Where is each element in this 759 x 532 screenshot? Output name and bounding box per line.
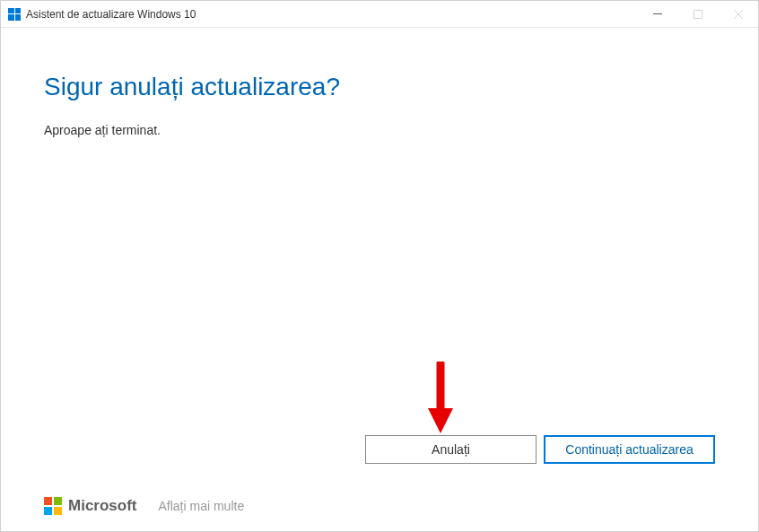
- maximize-icon: [694, 10, 702, 19]
- close-icon: [734, 10, 743, 19]
- microsoft-logo-icon: [44, 497, 62, 515]
- learn-more-link[interactable]: Aflați mai multe: [159, 499, 245, 513]
- minimize-icon: [653, 13, 662, 14]
- annotation-arrow-icon: [424, 362, 457, 437]
- windows-logo-icon: [8, 8, 21, 21]
- svg-rect-1: [694, 10, 702, 18]
- page-subtext: Aproape ați terminat.: [44, 123, 715, 137]
- main-content: Sigur anulați actualizarea? Aproape ați …: [1, 28, 758, 137]
- page-title: Sigur anulați actualizarea?: [44, 73, 715, 101]
- cancel-button[interactable]: Anulați: [365, 435, 537, 464]
- titlebar: Asistent de actualizare Windows 10: [1, 1, 758, 28]
- microsoft-name: Microsoft: [68, 497, 137, 515]
- svg-rect-0: [653, 13, 662, 14]
- close-button[interactable]: [718, 1, 758, 27]
- maximize-button: [677, 1, 718, 27]
- minimize-button[interactable]: [637, 1, 677, 27]
- app-title: Asistent de actualizare Windows 10: [26, 8, 196, 21]
- titlebar-left: Asistent de actualizare Windows 10: [8, 8, 196, 21]
- button-row: Anulați Continuați actualizarea: [365, 435, 715, 464]
- footer: Microsoft Aflați mai multe: [44, 497, 244, 515]
- microsoft-brand: Microsoft: [44, 497, 137, 515]
- continue-button[interactable]: Continuați actualizarea: [544, 435, 715, 464]
- window-controls: [637, 1, 758, 27]
